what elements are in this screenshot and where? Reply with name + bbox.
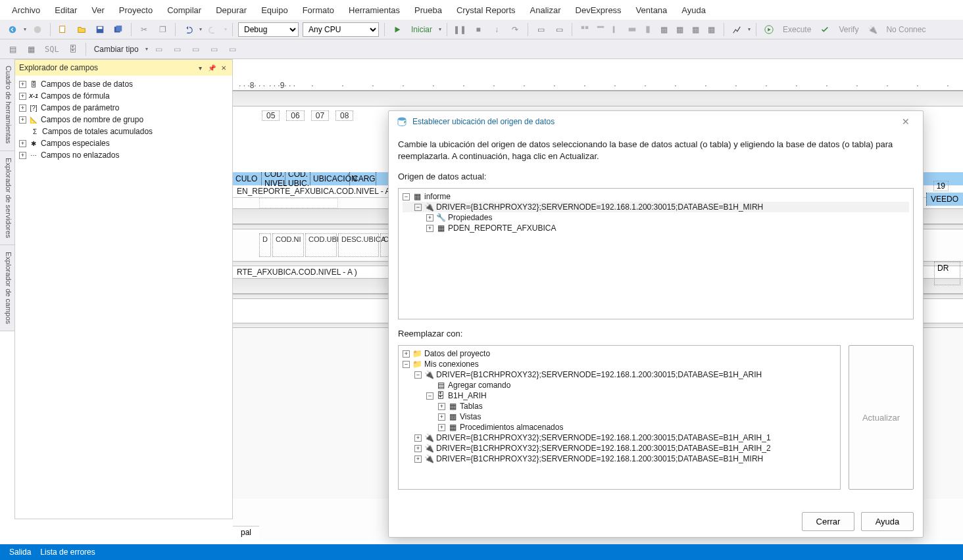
tree-node[interactable]: +▦Vistas (403, 411, 836, 422)
detail-field[interactable]: COD.NI (272, 233, 304, 257)
layout-icon[interactable] (593, 22, 608, 37)
field-explorer-node[interactable]: +[?]Campos de parámetro (19, 102, 228, 114)
detail-field[interactable]: DESC.UBICA. (338, 233, 379, 257)
tree-node[interactable]: −🔌DRIVER={B1CRHPROXY32};SERVERNODE=192.1… (403, 202, 909, 212)
redo-button[interactable] (206, 22, 220, 37)
tree-node[interactable]: +🔌DRIVER={B1CRHPROXY32};SERVERNODE=192.1… (403, 454, 836, 464)
field-explorer-node[interactable]: ΣCampos de totales acumulados (19, 126, 228, 137)
header-cell[interactable]: COD. NIVEL (262, 172, 285, 185)
replace-with-tree[interactable]: +📁Datos del proyecto−📁Mis conexiones−🔌DR… (398, 345, 841, 490)
side-tab[interactable]: Explorador de campos (0, 245, 14, 331)
verify-check-icon[interactable] (818, 22, 832, 37)
configuration-select[interactable]: Debug (238, 22, 299, 37)
header-cell[interactable]: COD. UBIC. (285, 172, 310, 185)
close-icon[interactable]: ✕ (219, 63, 228, 72)
side-tab[interactable]: Cuadro de herramientas (0, 59, 14, 151)
menu-depurar[interactable]: Depurar (209, 3, 253, 18)
layout-icon[interactable]: ▦ (672, 22, 687, 37)
save-button[interactable] (93, 22, 107, 37)
field-explorer-node[interactable]: +✱Campos especiales (19, 137, 228, 149)
layout-icon[interactable] (625, 22, 639, 37)
tree-node[interactable]: +▦Procedimientos almacenados (403, 422, 836, 432)
cut-button[interactable]: ✂ (137, 22, 151, 37)
db-icon[interactable]: 🗄 (66, 42, 80, 57)
layout-icon[interactable] (578, 22, 592, 37)
align-icon[interactable]: ▭ (533, 22, 548, 37)
tree-node[interactable]: +▦PDEN_REPORTE_AFXUBICA (403, 223, 909, 233)
current-datasource-tree[interactable]: −▦informe−🔌DRIVER={B1CRHPROXY32};SERVERN… (398, 188, 914, 319)
menu-equipo[interactable]: Equipo (255, 3, 294, 18)
step-over-icon[interactable]: ↷ (508, 22, 522, 37)
tree-node[interactable]: −📁Mis conexiones (403, 359, 836, 369)
grid-icon[interactable]: ▦ (24, 42, 38, 57)
pause-icon[interactable]: ❚❚ (453, 22, 467, 37)
nav-back-button[interactable] (5, 22, 20, 37)
section-bar[interactable] (233, 91, 963, 106)
menu-compilar[interactable]: Compilar (160, 3, 208, 18)
verify-label[interactable]: Verify (836, 25, 861, 34)
detail-field[interactable]: D (259, 233, 271, 257)
menu-ver[interactable]: Ver (85, 3, 111, 18)
open-button[interactable] (74, 22, 89, 37)
tree-node[interactable]: −🔌DRIVER={B1CRHPROXY32};SERVERNODE=192.1… (403, 369, 836, 380)
new-item-button[interactable] (56, 22, 70, 37)
report-tab[interactable]: pal (233, 526, 259, 540)
field-explorer-node[interactable]: +⋯Campos no enlazados (19, 149, 228, 161)
menu-formato[interactable]: Formato (296, 3, 341, 18)
start-label[interactable]: Iniciar (408, 25, 435, 34)
dialog-close-button[interactable]: ✕ (897, 114, 915, 129)
copy-button[interactable]: ❐ (155, 22, 170, 37)
tree-node[interactable]: +▦Tablas (403, 401, 836, 411)
menu-analizar[interactable]: Analizar (524, 3, 568, 18)
header-cell[interactable]: CARG (350, 172, 376, 185)
report-icon[interactable]: ▤ (5, 42, 20, 57)
menu-archivo[interactable]: Archivo (5, 3, 47, 18)
menu-proyecto[interactable]: Proyecto (112, 3, 159, 18)
tool-icon[interactable]: ▭ (152, 42, 166, 57)
help-button[interactable]: Ayuda (861, 512, 914, 531)
tool-icon[interactable]: ▭ (189, 42, 203, 57)
save-all-button[interactable] (111, 22, 126, 37)
header-cell[interactable]: UBICACIÓN (310, 172, 350, 185)
layout-icon[interactable]: ▦ (656, 22, 671, 37)
status-errors[interactable]: Lista de errores (40, 548, 95, 557)
dropdown-icon[interactable]: ▾ (195, 63, 205, 72)
layout-icon[interactable] (641, 22, 655, 37)
tool-icon[interactable]: ▭ (170, 42, 185, 57)
tree-node[interactable]: +🔌DRIVER={B1CRHPROXY32};SERVERNODE=192.1… (403, 443, 836, 454)
update-button[interactable]: Actualizar (849, 345, 914, 490)
status-output[interactable]: Salida (9, 548, 31, 557)
field-explorer-node[interactable]: +🗄Campos de base de datos (19, 78, 228, 90)
menu-devexpress[interactable]: DevExpress (569, 3, 628, 18)
pin-icon[interactable]: 📌 (207, 63, 216, 72)
platform-select[interactable]: Any CPU (303, 22, 379, 37)
step-into-icon[interactable]: ↓ (489, 22, 504, 37)
layout-icon[interactable] (609, 22, 624, 37)
menu-ayuda[interactable]: Ayuda (675, 3, 712, 18)
tree-node[interactable]: +🔧Propiedades (403, 212, 909, 223)
close-button[interactable]: Cerrar (802, 512, 854, 531)
start-button[interactable] (390, 22, 405, 37)
sql-label[interactable]: SQL (42, 45, 62, 54)
detail-field[interactable]: COD.UBI (305, 233, 337, 257)
tree-node[interactable]: −▦informe (403, 191, 909, 202)
nav-forward-button[interactable] (30, 22, 45, 37)
align-icon-2[interactable]: ▭ (552, 22, 566, 37)
tree-node[interactable]: +📁Datos del proyecto (403, 348, 836, 359)
change-type-dropdown[interactable]: Cambiar tipo (91, 45, 141, 54)
tree-node[interactable]: −🗄B1H_ARIH (403, 390, 836, 401)
menu-prueba[interactable]: Prueba (408, 3, 449, 18)
menu-ventana[interactable]: Ventana (630, 3, 674, 18)
tool-icon[interactable]: ▭ (226, 42, 240, 57)
header-cell[interactable]: CULO (233, 172, 262, 185)
layout-icon[interactable]: ▦ (704, 22, 718, 37)
tree-node[interactable]: ▤Agregar comando (403, 380, 836, 390)
undo-button[interactable] (181, 22, 195, 37)
stop-icon[interactable]: ■ (471, 22, 485, 37)
tree-node[interactable]: +🔌DRIVER={B1CRHPROXY32};SERVERNODE=192.1… (403, 432, 836, 443)
menu-crystal reports[interactable]: Crystal Reports (450, 3, 522, 18)
menu-herramientas[interactable]: Herramientas (342, 3, 407, 18)
field-explorer-node[interactable]: +📐Campos de nombre de grupo (19, 114, 228, 126)
execute-label[interactable]: Execute (780, 25, 814, 34)
layout-icon[interactable]: ▦ (688, 22, 703, 37)
